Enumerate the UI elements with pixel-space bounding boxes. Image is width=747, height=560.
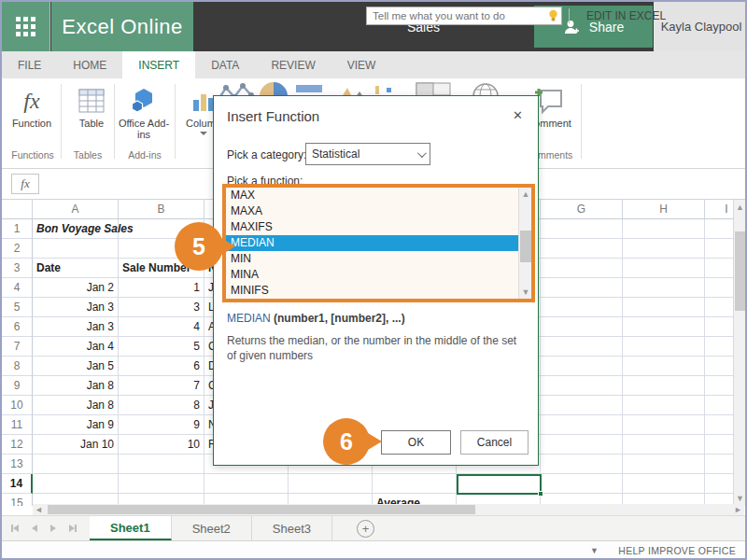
scroll-down-icon[interactable]: ▼ xyxy=(734,493,746,504)
grid-cell-a13[interactable] xyxy=(33,455,119,474)
grid-cell-a9[interactable] xyxy=(33,376,119,396)
row-header-6[interactable]: 6 xyxy=(2,317,33,337)
row-header-9[interactable]: 9 xyxy=(2,376,33,396)
row-header-10[interactable]: 10 xyxy=(2,396,33,415)
scroll-right-icon[interactable]: ► xyxy=(732,504,744,515)
grid-cell-h6[interactable] xyxy=(623,317,705,337)
grid-cell-g12[interactable] xyxy=(541,435,623,455)
grid-cell-g11[interactable] xyxy=(541,415,623,435)
grid-cell-h8[interactable] xyxy=(623,357,705,376)
grid-cell-b6[interactable] xyxy=(119,317,204,337)
row-header-3[interactable]: 3 xyxy=(2,259,33,278)
grid-cell-d14[interactable] xyxy=(289,474,373,494)
grid-cell-h13[interactable] xyxy=(623,455,705,474)
row-header-7[interactable]: 7 xyxy=(2,337,33,357)
grid-cell-g6[interactable] xyxy=(541,317,623,337)
grid-cell-g1[interactable] xyxy=(541,219,623,239)
grid-cell-b5[interactable] xyxy=(119,298,204,317)
function-list-item-minifs[interactable]: MINIFS xyxy=(226,283,518,299)
selected-cell-outline[interactable] xyxy=(457,474,542,495)
function-list-item-max[interactable]: MAX xyxy=(226,188,518,203)
function-list-scrollbar[interactable]: ▲ ▼ xyxy=(518,188,531,299)
grid-cell-a5[interactable] xyxy=(33,298,119,317)
next-sheet-icon[interactable] xyxy=(50,525,56,532)
edit-in-excel-button[interactable]: EDIT IN EXCEL xyxy=(579,2,673,29)
insert-function-fx-button[interactable]: fx xyxy=(11,174,39,194)
grid-cell-h12[interactable] xyxy=(623,435,705,455)
grid-cell-a12[interactable] xyxy=(33,435,119,455)
function-list-item-mina[interactable]: MINA xyxy=(226,267,518,283)
grid-cell-c14[interactable] xyxy=(204,474,289,494)
grid-cell-h5[interactable] xyxy=(623,298,705,317)
grid-cell-g9[interactable] xyxy=(541,376,623,396)
app-launcher-button[interactable] xyxy=(2,2,50,51)
tell-me-input[interactable] xyxy=(367,10,544,21)
grid-cell-e14[interactable] xyxy=(373,474,457,494)
grid-cell-b9[interactable] xyxy=(119,376,204,396)
grid-cell-g2[interactable] xyxy=(541,239,623,259)
grid-cell-g13[interactable] xyxy=(541,455,623,474)
grid-cell-a11[interactable] xyxy=(33,415,119,435)
grid-cell-b10[interactable] xyxy=(119,396,204,415)
ok-button[interactable]: OK xyxy=(381,430,451,455)
grid-cell-b7[interactable] xyxy=(119,337,204,357)
tab-insert[interactable]: INSERT xyxy=(122,51,195,78)
table-button[interactable]: Table xyxy=(65,84,118,146)
function-list-item-min[interactable]: MIN xyxy=(226,251,518,267)
tab-view[interactable]: VIEW xyxy=(331,51,392,78)
row-header-15[interactable]: 15 xyxy=(2,494,33,506)
tab-data[interactable]: DATA xyxy=(195,51,255,78)
row-header-1[interactable]: 1 xyxy=(2,219,33,239)
tab-file[interactable]: FILE xyxy=(2,51,57,78)
grid-cell-h2[interactable] xyxy=(623,239,705,259)
function-list-item-maxa[interactable]: MAXA xyxy=(226,203,518,219)
grid-cell-b4[interactable] xyxy=(119,278,204,298)
grid-cell-g8[interactable] xyxy=(541,357,623,376)
grid-cell-h10[interactable] xyxy=(623,396,705,415)
row-header-11[interactable]: 11 xyxy=(2,415,33,435)
sheet-tab-sheet1[interactable]: Sheet1 xyxy=(90,516,172,540)
grid-cell-h1[interactable] xyxy=(623,219,705,239)
grid-cell-h9[interactable] xyxy=(623,376,705,396)
column-header-b[interactable]: B xyxy=(119,200,204,219)
sheet-tab-sheet2[interactable]: Sheet2 xyxy=(172,516,252,540)
row-header-13[interactable]: 13 xyxy=(2,455,33,474)
list-scroll-up-icon[interactable]: ▲ xyxy=(519,189,532,200)
grid-cell-a4[interactable] xyxy=(33,278,119,298)
vertical-scroll-thumb[interactable] xyxy=(735,231,745,311)
cancel-button[interactable]: Cancel xyxy=(460,430,529,455)
row-header-8[interactable]: 8 xyxy=(2,357,33,376)
tab-review[interactable]: REVIEW xyxy=(255,51,331,78)
grid-cell-h4[interactable] xyxy=(623,278,705,298)
grid-cell-g7[interactable] xyxy=(541,337,623,357)
grid-cell-a2[interactable] xyxy=(33,239,119,259)
grid-cell-g3[interactable] xyxy=(541,259,623,278)
grid-cell-a6[interactable] xyxy=(33,317,119,337)
prev-sheet-icon[interactable] xyxy=(32,525,37,532)
column-header-h[interactable]: H xyxy=(623,200,705,219)
grid-cell-g10[interactable] xyxy=(541,396,623,415)
dialog-close-icon[interactable]: ✕ xyxy=(509,106,527,124)
office-addins-button[interactable]: Office Add-ins xyxy=(118,84,170,146)
tab-home[interactable]: HOME xyxy=(57,51,122,78)
scroll-left-icon[interactable]: ◄ xyxy=(33,504,45,515)
horizontal-scrollbar[interactable]: ◄ ► xyxy=(33,504,744,515)
help-improve-office-link[interactable]: HELP IMPROVE OFFICE xyxy=(618,545,736,556)
first-sheet-icon[interactable] xyxy=(11,525,19,532)
grid-cell-g14[interactable] xyxy=(541,474,623,494)
scroll-up-icon[interactable]: ▲ xyxy=(734,202,746,213)
row-header-4[interactable]: 4 xyxy=(2,278,33,298)
grid-cell-g4[interactable] xyxy=(541,278,623,298)
grid-cell-b11[interactable] xyxy=(119,415,204,435)
row-header-12[interactable]: 12 xyxy=(2,435,33,455)
grid-cell-a7[interactable] xyxy=(33,337,119,357)
grid-cell-h7[interactable] xyxy=(623,337,705,357)
status-options-caret-icon[interactable]: ▼ xyxy=(590,546,599,555)
grid-cell-a14[interactable] xyxy=(33,474,119,494)
function-list-item-median[interactable]: MEDIAN xyxy=(226,235,518,251)
column-header-a[interactable]: A xyxy=(33,200,119,219)
grid-cell-a10[interactable] xyxy=(33,396,119,415)
row-header-2[interactable]: 2 xyxy=(2,239,33,259)
last-sheet-icon[interactable] xyxy=(69,525,77,532)
grid-cell-h11[interactable] xyxy=(623,415,705,435)
